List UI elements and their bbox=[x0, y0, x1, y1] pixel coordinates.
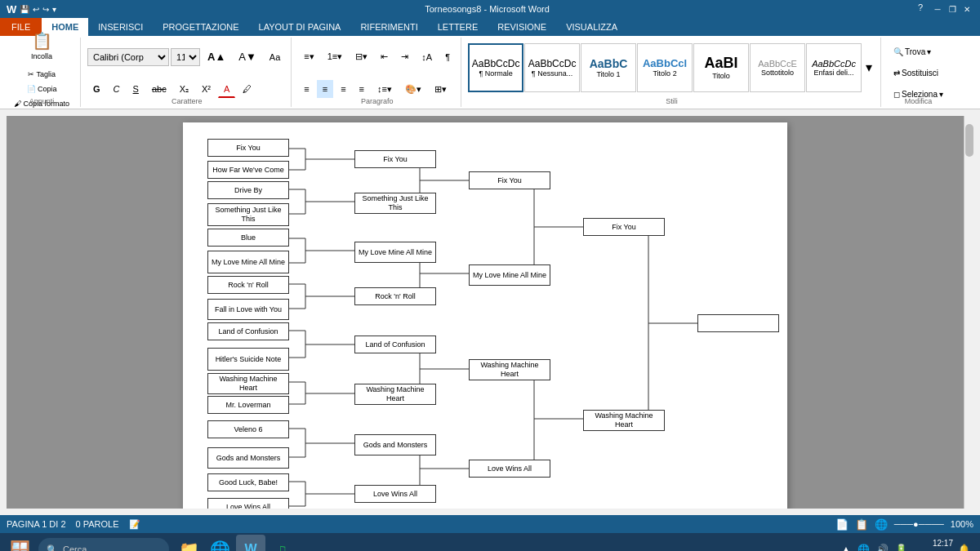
bullet-list-button[interactable]: ≡▾ bbox=[298, 48, 319, 66]
tab-layout[interactable]: LAYOUT DI PAGINA bbox=[249, 18, 351, 36]
ribbon-toolbar: 📋 Incolla ✂ Taglia 📄 Copia 🖌 Copia forma… bbox=[0, 36, 980, 109]
view-print-icon[interactable]: 📋 bbox=[855, 518, 868, 531]
taskbar-word[interactable]: W bbox=[236, 535, 265, 551]
redo-icon[interactable]: ↪ bbox=[42, 5, 49, 14]
taskbar-spotify[interactable]: ♫ bbox=[267, 535, 296, 551]
vertical-scrollbar[interactable] bbox=[964, 116, 973, 509]
help-icon[interactable]: ? bbox=[918, 2, 923, 16]
align-center-button[interactable]: ≡ bbox=[317, 80, 333, 98]
notification-icon[interactable]: ▲ bbox=[840, 544, 853, 551]
font-name-select[interactable]: Calibri (Corp bbox=[87, 48, 169, 66]
font-color-button[interactable]: A bbox=[218, 80, 235, 98]
taskbar-search[interactable]: 🔍 Cerca bbox=[38, 538, 169, 551]
justify-button[interactable]: ≡ bbox=[354, 80, 370, 98]
tab-riferimenti[interactable]: RIFERIMENTI bbox=[350, 18, 427, 36]
increase-indent-button[interactable]: ⇥ bbox=[395, 48, 414, 66]
style-titolo1[interactable]: AaBbC Titolo 1 bbox=[581, 43, 636, 92]
borders-button[interactable]: ⊞▾ bbox=[429, 80, 452, 98]
style-titolo2[interactable]: AaBbCcl Titolo 2 bbox=[637, 43, 693, 92]
trova-button[interactable]: 🔍 Trova ▾ bbox=[888, 42, 937, 60]
decrease-font-button[interactable]: A▼ bbox=[233, 48, 262, 66]
tab-revisione[interactable]: REVISIONE bbox=[488, 18, 556, 36]
font-size-select[interactable]: 11 bbox=[171, 48, 200, 66]
view-read-icon[interactable]: 📄 bbox=[835, 518, 849, 531]
r1-love-wins: Love Wins All bbox=[207, 498, 289, 509]
styles-expand-button[interactable]: ▾ bbox=[862, 56, 875, 78]
minimize-button[interactable]: ─ bbox=[931, 2, 944, 16]
r2-something: Something Just Like This bbox=[354, 193, 436, 214]
copia-button[interactable]: 📄 Copia bbox=[21, 82, 63, 96]
r1-my-love: My Love Mine All Mine bbox=[207, 251, 289, 273]
taglia-button[interactable]: ✂ Taglia bbox=[22, 68, 61, 81]
r1-goodluck: Good Luck, Babe! bbox=[207, 473, 289, 491]
sort-button[interactable]: ↕A bbox=[416, 48, 438, 66]
taskbar-search-label[interactable]: Cerca bbox=[63, 544, 87, 551]
clock-time: 12:17 bbox=[912, 538, 953, 549]
style-sottotitolo[interactable]: AaBbCcE Sottotitolo bbox=[750, 43, 805, 92]
sostituisci-button[interactable]: ⇄ Sostituisci bbox=[888, 64, 944, 82]
close-button[interactable]: ✕ bbox=[960, 2, 973, 16]
network-icon[interactable]: 🌐 bbox=[856, 544, 871, 551]
tab-visualizza[interactable]: VISUALIZZA bbox=[556, 18, 627, 36]
save-icon[interactable]: 💾 bbox=[20, 5, 29, 14]
view-web-icon[interactable]: 🌐 bbox=[875, 518, 888, 531]
align-right-button[interactable]: ≡ bbox=[335, 80, 351, 98]
page-info: PAGINA 1 DI 2 bbox=[7, 519, 66, 529]
zoom-level: 100% bbox=[951, 519, 973, 529]
spotify-icon: ♫ bbox=[276, 541, 287, 552]
r3-washing: Washing Machine Heart bbox=[469, 359, 550, 380]
r1-mr-loverman: Mr. Loverman bbox=[207, 396, 289, 414]
r1-drive-by: Drive By bbox=[207, 181, 289, 199]
taskbar-explorer[interactable]: 📁 bbox=[174, 535, 203, 551]
underline-button[interactable]: S bbox=[127, 80, 145, 98]
volume-icon[interactable]: 🔊 bbox=[875, 544, 890, 551]
taskbar-search-icon: 🔍 bbox=[47, 544, 58, 552]
document-area[interactable]: Fix You How Far We've Come Drive By Some… bbox=[7, 116, 964, 509]
italic-button[interactable]: C bbox=[108, 80, 126, 98]
incolla-button[interactable]: 📋 Incolla bbox=[25, 25, 58, 66]
line-spacing-button[interactable]: ↕≡▾ bbox=[372, 80, 398, 98]
notification-bell-icon[interactable]: 🔔 bbox=[956, 544, 972, 551]
pilcrow-button[interactable]: ¶ bbox=[439, 48, 456, 66]
bold-button[interactable]: G bbox=[87, 80, 106, 98]
track-changes-icon[interactable]: 📝 bbox=[129, 519, 140, 530]
increase-font-button[interactable]: A▲ bbox=[202, 48, 231, 66]
style-normale[interactable]: AaBbCcDc ¶ Normale bbox=[468, 43, 523, 92]
start-button[interactable]: 🪟 bbox=[3, 535, 37, 551]
superscript-button[interactable]: X² bbox=[196, 80, 216, 98]
statusbar-right: 📄 📋 🌐 ───●──── 100% bbox=[835, 518, 973, 531]
subscript-button[interactable]: X₂ bbox=[174, 80, 194, 98]
tab-inserisci[interactable]: INSERISCI bbox=[88, 18, 153, 36]
battery-icon[interactable]: 🔋 bbox=[893, 544, 909, 551]
restore-button[interactable]: ❐ bbox=[946, 2, 959, 16]
style-enfasi[interactable]: AaBbCcDc Enfasi deli... bbox=[806, 43, 862, 92]
align-left-button[interactable]: ≡ bbox=[298, 80, 314, 98]
word-logo-icon: W bbox=[7, 3, 16, 16]
outline-button[interactable]: ⊟▾ bbox=[350, 48, 373, 66]
r2-washing: Washing Machine Heart bbox=[354, 384, 436, 405]
taskbar-chrome[interactable]: 🌐 bbox=[205, 535, 234, 551]
taskbar-system-tray: ▲ 🌐 🔊 🔋 12:17 06/07/2024 🔔 bbox=[840, 538, 977, 551]
undo-icon[interactable]: ↩ bbox=[33, 5, 39, 14]
highlight-button[interactable]: 🖊 bbox=[237, 80, 257, 98]
tab-lettere[interactable]: LETTERE bbox=[428, 18, 488, 36]
r4-washing: Washing Machine Heart bbox=[583, 410, 665, 431]
number-list-button[interactable]: 1≡▾ bbox=[322, 48, 349, 66]
zoom-slider[interactable]: ───●──── bbox=[894, 519, 944, 529]
r1-blue: Blue bbox=[207, 229, 289, 247]
window-title: Torneosongs8 - Microsoft Word bbox=[56, 4, 918, 14]
explorer-icon: 📁 bbox=[179, 540, 199, 551]
style-nessuna[interactable]: AaBbCcDc ¶ Nessuna... bbox=[524, 43, 580, 92]
r1-fix-you: Fix You bbox=[207, 139, 289, 157]
r1-veleno: Veleno 6 bbox=[207, 420, 289, 438]
clear-format-button[interactable]: Aa bbox=[264, 48, 286, 66]
r4-fix-you: Fix You bbox=[583, 218, 665, 236]
scrollbar-thumb[interactable] bbox=[965, 124, 973, 157]
r2-rock: Rock 'n' Roll bbox=[354, 287, 436, 305]
decrease-indent-button[interactable]: ⇤ bbox=[375, 48, 394, 66]
r1-gods: Gods and Monsters bbox=[207, 447, 289, 469]
tab-progettazione[interactable]: PROGETTAZIONE bbox=[153, 18, 248, 36]
shading-button[interactable]: 🎨▾ bbox=[399, 80, 427, 98]
strikethrough-button[interactable]: abc bbox=[146, 80, 172, 98]
style-titolo[interactable]: AaBI Titolo bbox=[693, 43, 749, 92]
